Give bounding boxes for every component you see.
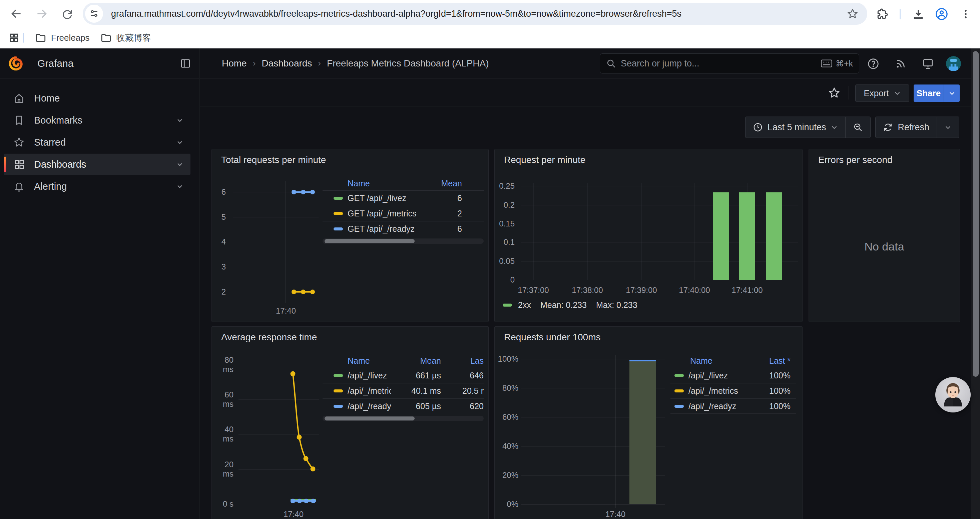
bookmark-folder-label: Freeleaps [51,33,90,43]
favorite-star-icon[interactable] [827,86,842,100]
forward-icon[interactable] [33,5,50,22]
share-split-button: Share [914,85,960,102]
bookmarks-divider [23,33,24,43]
series-swatch-blue [334,405,343,408]
chevron-down-icon[interactable] [176,116,184,124]
time-controls: Last 5 minutes Refresh [745,117,959,138]
sidebar-toggle-icon[interactable] [180,57,191,69]
chevron-down-icon[interactable] [176,160,184,168]
help-icon[interactable] [867,57,880,70]
series-swatch-green [675,374,684,377]
browser-menu-icon[interactable] [958,7,973,21]
search-input[interactable]: Search or jump to... ⌘+k [600,53,859,73]
legend-header: Name Mean Las [323,354,484,368]
panel-avg-response-time[interactable]: Average response time 80 ms 60 ms 40 ms … [212,326,488,519]
panel-title: Total requests per minute [221,155,326,165]
monitor-icon[interactable] [921,57,935,70]
time-range-group: Last 5 minutes [745,117,871,138]
chevron-down-icon [948,89,956,97]
address-bar[interactable]: grafana.mathmast.com/d/deytv4rwavabkb/fr… [83,3,867,25]
breadcrumb-separator: › [253,58,256,69]
bookmark-folder-blogs[interactable]: 收藏博客 [95,29,156,46]
page-scrollbar[interactable] [971,48,980,519]
extensions-icon[interactable] [875,7,889,21]
panel-total-requests[interactable]: Total requests per minute 6 5 4 3 2 17:4… [212,149,488,322]
org-avatar[interactable] [946,56,961,71]
grafana-logo-icon[interactable] [9,56,23,70]
legend-series-label[interactable]: 2xx [518,300,531,310]
zoom-out-button[interactable] [846,117,870,137]
bell-icon [13,181,25,192]
legend-row[interactable]: /api/_/metrics 40.1 ms 20.5 r [323,383,484,398]
bookmark-folder-freeleaps[interactable]: Freeleaps [30,29,95,46]
bookmark-folder-label: 收藏博客 [116,32,151,44]
toolbar-divider [900,9,900,19]
chevron-down-icon [830,124,838,131]
sidebar-item-starred[interactable]: Starred [4,132,191,153]
legend-row[interactable]: GET /api/_/metrics 2 [323,206,484,221]
scrollbar-thumb[interactable] [973,51,978,377]
bookmark-star-icon[interactable] [845,6,860,21]
legend-row[interactable]: GET /api/_/readyz 6 [323,221,484,236]
legend-scrollbar[interactable] [323,416,484,421]
bar-2xx [739,192,755,280]
dashboard-canvas: Last 5 minutes Refresh [200,107,980,519]
panel-errors-per-second[interactable]: Errors per second No data [808,149,960,322]
legend-row[interactable]: /api/_/livez 100% [670,368,796,383]
sidebar-item-alerting[interactable]: Alerting [4,176,191,197]
legend-header: Name Last * [670,354,796,368]
profile-icon[interactable] [934,7,949,21]
refresh-button[interactable]: Refresh [876,117,937,137]
legend-row[interactable]: /api/_/readyz 100% [670,398,796,414]
search-icon [606,58,616,69]
legend-row[interactable]: /api/_/metrics 100% [670,383,796,398]
breadcrumb-home[interactable]: Home [222,58,247,69]
assistant-avatar[interactable] [935,377,970,412]
time-range-picker[interactable]: Last 5 minutes [746,117,846,137]
chevron-down-icon[interactable] [176,138,184,146]
legend-row[interactable]: /api/_/readyz 605 µs 620 [323,398,484,414]
legend-table: Name Last * /api/_/livez 100% /api/_/met… [670,354,796,414]
grafana-topnav: Grafana Home › Dashboards › Freeleaps Me… [0,48,980,78]
site-settings-icon[interactable] [85,5,103,23]
search-placeholder: Search or jump to... [621,58,821,69]
chevron-down-icon[interactable] [176,182,184,190]
share-button[interactable]: Share [914,85,943,102]
sidebar-item-home[interactable]: Home [4,88,191,109]
panel-requests-under-100ms[interactable]: Requests under 100ms 100% 80% 60% 40% 20… [494,326,803,519]
legend-table: Name Mean Las /api/_/livez 661 µs 646 /a… [323,354,484,421]
panel-request-per-minute[interactable]: Request per minute 0.25 0.2 0.15 0.1 0.0… [494,149,803,322]
search-shortcut: ⌘+k [821,59,853,69]
avatar-illustration [935,377,970,412]
url-text[interactable]: grafana.mathmast.com/d/deytv4rwavabkb/fr… [111,9,845,19]
legend-row[interactable]: /api/_/livez 661 µs 646 [323,368,484,383]
panel-title: Requests under 100ms [504,332,601,343]
breadcrumb-dashboards[interactable]: Dashboards [261,58,312,69]
legend-row[interactable]: GET /api/_/livez 6 [323,190,484,206]
legend-scrollbar[interactable] [323,238,484,244]
panel-title: Average response time [221,332,317,343]
back-icon[interactable] [8,5,25,22]
news-rss-icon[interactable] [894,57,907,70]
series-swatch-yellow [334,212,343,215]
bar-2xx [766,192,782,280]
chevron-down-icon [944,124,951,131]
reload-icon[interactable] [59,5,75,22]
series-swatch-yellow [675,390,684,393]
home-icon [13,93,25,104]
downloads-icon[interactable] [911,7,926,21]
share-menu-button[interactable] [943,85,960,102]
apps-grid-icon[interactable] [9,32,19,43]
sidebar-item-dashboards[interactable]: Dashboards [4,153,191,175]
legend-mean: Mean: 0.233 [540,300,587,310]
no-data-message: No data [809,240,960,253]
clock-icon [753,122,763,132]
series-swatch-blue [675,405,684,408]
refresh-interval-button[interactable] [937,117,959,137]
series-swatch-green [334,197,343,200]
browser-toolbar: grafana.mathmast.com/d/deytv4rwavabkb/fr… [0,0,980,27]
bar-under-100ms [629,360,656,504]
export-button[interactable]: Export [855,85,909,102]
legend-table: Name Mean GET /api/_/livez 6 GET /api/_/… [323,176,484,244]
sidebar-item-bookmarks[interactable]: Bookmarks [4,110,191,131]
